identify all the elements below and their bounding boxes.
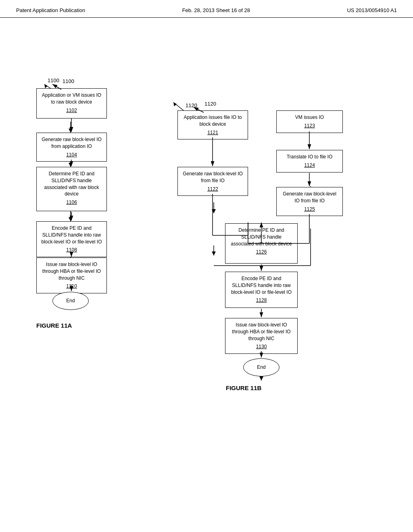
figure-11a-label: FIGURE 11A bbox=[36, 322, 72, 329]
svg-marker-13 bbox=[212, 251, 216, 256]
node-1126: Determine PE ID and SLLID/NFS handle ass… bbox=[225, 223, 298, 264]
svg-marker-11 bbox=[212, 209, 216, 213]
page-header: Patent Application Publication Feb. 28, … bbox=[0, 0, 413, 18]
node-1104: Generate raw block-level IO from applica… bbox=[36, 133, 107, 162]
fig11b-ref-label: 1120 bbox=[186, 102, 197, 108]
node-1125: Generate raw block-level IO from file IO… bbox=[276, 187, 343, 216]
node-1106: Determine PE ID and SLLID/NFS handle ass… bbox=[36, 167, 107, 211]
node-1128: Encode PE ID and SLLID/NFS handle into r… bbox=[225, 272, 298, 308]
header-middle: Feb. 28, 2013 Sheet 16 of 28 bbox=[182, 7, 250, 13]
svg-marker-5 bbox=[69, 217, 73, 221]
node-1121: Application issues file IO to block devi… bbox=[177, 110, 248, 139]
node-1123: VM issues IO 1123 bbox=[276, 110, 343, 133]
svg-text:1120: 1120 bbox=[204, 101, 216, 107]
node-1130: Issue raw block-level IO through HBA or … bbox=[225, 318, 298, 354]
node-1102: Application or VM issues IO to raw block… bbox=[36, 88, 107, 118]
node-1108: Encode PE ID and SLLID/NFS handle into r… bbox=[36, 221, 107, 257]
svg-marker-28 bbox=[44, 84, 48, 88]
header-right: US 2013/0054910 A1 bbox=[347, 7, 397, 13]
svg-marker-29 bbox=[173, 102, 177, 106]
svg-marker-3 bbox=[69, 163, 73, 167]
node-end-11b: End bbox=[243, 358, 280, 376]
node-1110: Issue raw block-level IO through HBA or … bbox=[36, 258, 107, 293]
node-end-11a: End bbox=[52, 292, 89, 310]
svg-marker-1 bbox=[69, 129, 73, 133]
node-1124: Translate IO to file IO 1124 bbox=[276, 150, 343, 172]
svg-marker-25 bbox=[259, 376, 263, 380]
diagram-area: 1100 Application or VM issues IO to raw … bbox=[0, 18, 413, 501]
figure-11b-label: FIGURE 11B bbox=[226, 384, 261, 391]
fig11a-ref-label: 1100 bbox=[48, 77, 59, 83]
header-left: Patent Application Publication bbox=[16, 7, 85, 13]
node-1122: Generate raw block-level IO from file IO… bbox=[177, 167, 248, 196]
